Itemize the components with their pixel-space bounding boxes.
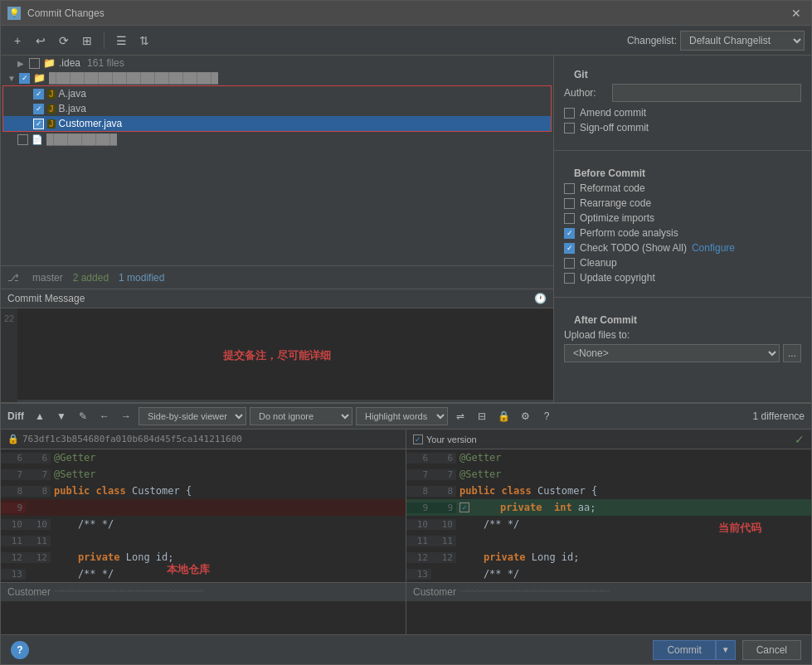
diff-settings-btn[interactable]: ⚙ bbox=[516, 407, 534, 425]
diff-right-line-6: 6 6 @Getter bbox=[406, 449, 811, 466]
rearrange-checkbox[interactable] bbox=[564, 198, 575, 209]
diff-right-panel: ✓ Your version ✓ 6 6 @Getter 7 7 @Setter… bbox=[406, 430, 811, 634]
highlight-select[interactable]: Highlight words Highlight lines Do not h… bbox=[356, 407, 448, 425]
diff-columns-btn[interactable]: ⊟ bbox=[473, 407, 491, 425]
before-commit-title: Before Commit bbox=[564, 161, 801, 182]
upload-row: <None> ... bbox=[564, 344, 801, 362]
configure-link[interactable]: Configure bbox=[692, 242, 735, 254]
annotation-local: 本地仓库 bbox=[167, 562, 210, 577]
commit-dropdown-button[interactable]: ▼ bbox=[716, 640, 736, 660]
amend-commit-label[interactable]: Amend commit bbox=[580, 107, 646, 119]
diff-right-checkbox[interactable]: ✓ bbox=[413, 434, 423, 444]
diff-down-btn[interactable]: ▼ bbox=[52, 407, 71, 425]
diff-left-line-7: 7 7 @Setter bbox=[1, 466, 406, 483]
diff-help-btn[interactable]: ? bbox=[537, 407, 556, 425]
bjava-checkbox[interactable]: ✓ bbox=[33, 104, 44, 114]
add-button[interactable]: + bbox=[7, 31, 27, 51]
commit-message-header: Commit Message 🕐 bbox=[1, 289, 553, 308]
left-filename: Customer bbox=[7, 586, 51, 598]
changelist-select[interactable]: Default Changelist bbox=[680, 31, 805, 51]
amend-commit-checkbox[interactable] bbox=[564, 108, 575, 119]
diff-up-btn[interactable]: ▲ bbox=[31, 407, 49, 425]
diff-left-panel: 🔒 763df1c3b854680fa010b684d45f5ca1412116… bbox=[1, 430, 406, 634]
ajava-checkbox[interactable]: ✓ bbox=[33, 89, 44, 100]
commit-button[interactable]: Commit bbox=[653, 640, 715, 660]
after-commit-title: After Commit bbox=[564, 308, 801, 329]
diff-title: Diff bbox=[7, 410, 24, 422]
perform-row: ✓ Perform code analysis bbox=[564, 227, 801, 239]
idea-checkbox[interactable] bbox=[29, 58, 40, 69]
main-content: ▶ 📁 .idea 161 files ▼ ✓ 📁 ██████████████… bbox=[1, 56, 811, 402]
other-checkbox[interactable] bbox=[17, 134, 28, 145]
root-expand-icon: ▼ bbox=[7, 74, 16, 83]
tree-item-root[interactable]: ▼ ✓ 📁 ████████████████████████ bbox=[1, 70, 553, 85]
move-button[interactable]: ⊞ bbox=[77, 31, 97, 51]
right-panel: Git Author: Amend commit Sign-off commit… bbox=[554, 56, 811, 402]
divider-2 bbox=[554, 297, 811, 298]
author-row: Author: bbox=[564, 84, 801, 102]
tree-item-customerjava[interactable]: ✓ J Customer.java bbox=[3, 116, 551, 131]
sign-off-label[interactable]: Sign-off commit bbox=[580, 122, 649, 133]
clock-icon[interactable]: 🕐 bbox=[534, 293, 547, 304]
cleanup-row: Cleanup bbox=[564, 257, 801, 269]
check-todo-checkbox[interactable]: ✓ bbox=[564, 243, 575, 254]
copyright-checkbox[interactable] bbox=[564, 273, 575, 284]
sort-button[interactable]: ☰ bbox=[111, 31, 131, 51]
diff-right-line-7: 7 7 @Setter bbox=[406, 466, 811, 483]
left-panel: ▶ 📁 .idea 161 files ▼ ✓ 📁 ██████████████… bbox=[1, 56, 554, 402]
diff-next-btn[interactable]: → bbox=[117, 407, 135, 425]
right-header-label: Your version bbox=[426, 434, 477, 444]
after-commit-section: After Commit Upload files to: <None> ... bbox=[554, 304, 811, 366]
root-folder-icon: 📁 bbox=[33, 72, 46, 84]
modified-count: 1 modified bbox=[119, 272, 164, 284]
tree-item-bjava[interactable]: ✓ J B.java bbox=[3, 101, 551, 116]
rearrange-label: Rearrange code bbox=[580, 197, 651, 209]
ignore-select[interactable]: Do not ignore Ignore whitespace bbox=[250, 407, 353, 425]
java-icon-b: J bbox=[47, 104, 56, 114]
diff-lock-btn[interactable]: 🔒 bbox=[494, 407, 513, 425]
java-icon-customer: J bbox=[47, 119, 56, 129]
upload-label: Upload files to: bbox=[564, 329, 801, 344]
upload-extra-btn[interactable]: ... bbox=[783, 344, 801, 362]
diff-right-line-13: 13 /** */ bbox=[406, 565, 811, 582]
reformat-label: Reformat code bbox=[580, 182, 645, 194]
diff-right-line9-checkbox[interactable]: ✓ bbox=[459, 502, 469, 512]
optimize-checkbox[interactable] bbox=[564, 213, 575, 224]
customerjava-checkbox[interactable]: ✓ bbox=[33, 119, 44, 129]
help-button[interactable]: ? bbox=[11, 641, 29, 659]
amend-commit-row: Amend commit bbox=[564, 107, 801, 119]
cancel-button[interactable]: Cancel bbox=[742, 640, 801, 660]
commit-message-section: Commit Message 🕐 22 提交备注，尽可能详细 bbox=[1, 289, 553, 402]
customerjava-label: Customer.java bbox=[59, 118, 123, 129]
refresh-button[interactable]: ⟳ bbox=[54, 31, 74, 51]
file-tree: ▶ 📁 .idea 161 files ▼ ✓ 📁 ██████████████… bbox=[1, 56, 553, 265]
close-button[interactable]: ✕ bbox=[788, 7, 805, 20]
perform-checkbox[interactable]: ✓ bbox=[564, 228, 575, 239]
cleanup-checkbox[interactable] bbox=[564, 258, 575, 269]
commit-button-group: Commit ▼ bbox=[653, 640, 735, 660]
sign-off-checkbox[interactable] bbox=[564, 123, 575, 133]
upload-select[interactable]: <None> bbox=[564, 344, 780, 362]
changelist-label: Changelist: bbox=[627, 35, 677, 46]
perform-label: Perform code analysis bbox=[580, 227, 678, 239]
commit-message-area: 22 提交备注，尽可能详细 bbox=[1, 308, 553, 402]
tree-item-ajava[interactable]: ✓ J A.java bbox=[3, 86, 551, 101]
author-input[interactable] bbox=[612, 84, 801, 102]
diff-left-line-10: 10 10 /** */ bbox=[1, 516, 406, 532]
branch-name: master bbox=[32, 272, 63, 284]
tree-item-other[interactable]: 📄 ██████████ bbox=[1, 132, 553, 147]
tree-item-idea[interactable]: ▶ 📁 .idea 161 files bbox=[1, 56, 553, 70]
sign-off-row: Sign-off commit bbox=[564, 122, 801, 133]
viewer-select[interactable]: Side-by-side viewer Unified viewer bbox=[139, 407, 246, 425]
reformat-checkbox[interactable] bbox=[564, 183, 575, 194]
idea-count: 161 files bbox=[87, 57, 124, 69]
diff-sync-btn[interactable]: ⇌ bbox=[451, 407, 469, 425]
undo-button[interactable]: ↩ bbox=[31, 31, 51, 51]
divider-1 bbox=[554, 150, 811, 151]
diff-edit-btn[interactable]: ✎ bbox=[74, 407, 92, 425]
commit-textarea[interactable] bbox=[1, 308, 553, 400]
root-checkbox[interactable]: ✓ bbox=[19, 73, 30, 84]
diff-prev-btn[interactable]: ← bbox=[95, 407, 114, 425]
filter-button[interactable]: ⇅ bbox=[134, 31, 154, 51]
diff-content: 🔒 763df1c3b854680fa010b684d45f5ca1412116… bbox=[1, 430, 811, 634]
